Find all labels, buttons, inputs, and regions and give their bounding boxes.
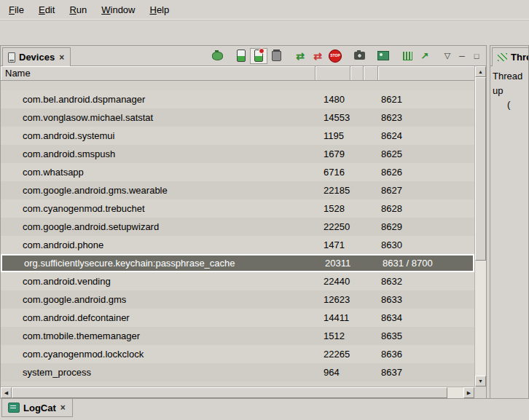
toolbar-separator bbox=[226, 48, 232, 64]
process-port: 8631 / 8700 bbox=[380, 258, 473, 269]
process-pid: 1471 bbox=[316, 239, 350, 250]
menu-window[interactable]: Window bbox=[94, 1, 142, 18]
logcat-bar: LogCat × bbox=[0, 398, 529, 420]
horizontal-scrollbar-thumb[interactable] bbox=[12, 387, 447, 398]
table-row[interactable]: com.google.android.setupwizard 22250 862… bbox=[1, 218, 474, 236]
menu-help[interactable]: Help bbox=[142, 1, 176, 18]
table-row[interactable]: com.cyanogenmod.lockclock 22265 8636 bbox=[1, 345, 474, 363]
capture-trace-icon-button[interactable] bbox=[399, 48, 416, 64]
process-name: org.sufficientlysecure.keychain:passphra… bbox=[2, 258, 317, 269]
screen-record-icon bbox=[377, 51, 389, 60]
tab-threads[interactable]: Threads bbox=[492, 47, 529, 66]
scroll-down-button[interactable]: ▼ bbox=[475, 376, 486, 387]
capture-trace-icon bbox=[403, 52, 412, 60]
table-row[interactable]: system_process 964 8637 bbox=[1, 363, 474, 381]
vertical-scrollbar[interactable]: ▲ ▼ bbox=[474, 66, 486, 387]
table-row[interactable]: com.bel.android.dspmanager 1480 8621 bbox=[1, 90, 474, 108]
scroll-right-button[interactable]: ▶ bbox=[463, 387, 474, 398]
sampling-profiler-icon bbox=[421, 50, 429, 61]
process-port: 8637 bbox=[378, 367, 474, 378]
devices-panel: Devices × STOP ▽ ─ □ Name c bbox=[0, 45, 487, 399]
vertical-scrollbar-track[interactable] bbox=[475, 261, 486, 376]
process-pid: 1679 bbox=[316, 148, 350, 159]
process-pid: 14553 bbox=[316, 112, 350, 123]
vertical-scrollbar-thumb[interactable] bbox=[475, 77, 486, 261]
menu-edit[interactable]: Edit bbox=[31, 1, 62, 18]
table-row[interactable]: com.google.android.gms.wearable 22185 86… bbox=[1, 181, 474, 199]
column-header-pid[interactable] bbox=[316, 66, 350, 80]
table-row[interactable]: com.tmobile.thememanager 1512 8635 bbox=[1, 327, 474, 345]
tab-logcat-label: LogCat bbox=[23, 403, 56, 413]
stop-process-icon: STOP bbox=[329, 49, 342, 63]
method-profiling-icon-button[interactable] bbox=[309, 48, 326, 64]
scroll-up-button[interactable]: ▲ bbox=[475, 66, 486, 77]
cause-gc-icon-button[interactable] bbox=[267, 48, 285, 64]
process-port: 8625 bbox=[378, 148, 474, 159]
screen-capture-icon-button[interactable] bbox=[350, 48, 368, 64]
sampling-profiler-icon-button[interactable] bbox=[416, 48, 434, 64]
process-port: 8634 bbox=[378, 312, 474, 323]
tab-devices[interactable]: Devices × bbox=[2, 47, 71, 66]
debug-process-icon-button[interactable] bbox=[208, 48, 226, 64]
column-header-status2[interactable] bbox=[364, 66, 378, 80]
process-port: 8629 bbox=[378, 221, 474, 232]
devices-tabstrip: Devices × STOP ▽ ─ □ bbox=[1, 46, 486, 66]
close-icon[interactable]: × bbox=[60, 403, 66, 413]
menu-run[interactable]: Run bbox=[62, 1, 94, 18]
process-name: com.cyanogenmod.trebuchet bbox=[1, 203, 316, 214]
table-row[interactable]: com.vonglasow.michael.satstat 14553 8623 bbox=[1, 108, 474, 127]
table-row[interactable]: com.google.android.gms 12623 8633 bbox=[1, 290, 474, 309]
column-header-name[interactable]: Name bbox=[1, 66, 316, 80]
process-port: 8624 bbox=[378, 130, 474, 141]
table-row[interactable]: com.android.vending 22440 8632 bbox=[1, 272, 474, 290]
process-port: 8626 bbox=[378, 167, 474, 178]
dump-hprof-icon-button[interactable] bbox=[250, 48, 267, 64]
logcat-icon bbox=[8, 403, 20, 413]
table-row[interactable]: com.cyanogenmod.trebuchet 1528 8628 bbox=[1, 199, 474, 218]
stop-process-icon-button[interactable]: STOP bbox=[326, 48, 344, 64]
toolbar-separator bbox=[344, 48, 350, 64]
table-row[interactable]: org.sufficientlysecure.keychain:passphra… bbox=[1, 254, 474, 272]
threads-message-line1: Thread up bbox=[493, 69, 526, 98]
horizontal-scrollbar[interactable]: ◀ ▶ bbox=[1, 387, 474, 398]
process-port: 8635 bbox=[378, 330, 474, 341]
screen-record-icon-button[interactable] bbox=[375, 48, 392, 64]
view-menu-button[interactable]: ▽ bbox=[440, 49, 455, 63]
process-name: com.google.android.gms bbox=[1, 294, 316, 305]
column-header-port[interactable] bbox=[378, 66, 474, 80]
toolbar-separator bbox=[434, 48, 440, 64]
table-row[interactable]: com.android.phone 1471 8630 bbox=[1, 236, 474, 254]
devices-toolbar-icons: STOP bbox=[208, 48, 434, 64]
minimize-button[interactable]: ─ bbox=[455, 49, 469, 63]
tab-logcat[interactable]: LogCat × bbox=[1, 399, 73, 417]
update-threads-icon-button[interactable] bbox=[291, 48, 309, 64]
update-heap-icon-button[interactable] bbox=[232, 48, 250, 64]
scroll-left-button[interactable]: ◀ bbox=[1, 387, 12, 398]
process-port: 8636 bbox=[378, 349, 474, 360]
process-port: 8630 bbox=[378, 239, 474, 250]
table-row[interactable]: com.android.defcontainer 14411 8634 bbox=[1, 309, 474, 327]
process-pid: 1195 bbox=[316, 130, 350, 141]
process-name: com.android.defcontainer bbox=[1, 312, 316, 323]
process-name: com.android.smspush bbox=[1, 148, 316, 159]
update-heap-icon bbox=[237, 49, 246, 62]
process-list: com.bel.android.dspmanager 1480 8621 com… bbox=[1, 81, 474, 387]
process-pid: 22250 bbox=[316, 221, 350, 232]
maximize-button[interactable]: □ bbox=[469, 49, 484, 63]
menu-file[interactable]: File bbox=[1, 1, 31, 18]
threads-panel: Threads Thread up ( bbox=[490, 45, 529, 399]
process-pid: 22185 bbox=[316, 185, 350, 196]
process-name: system_process bbox=[1, 367, 316, 378]
table-row[interactable]: com.android.systemui 1195 8624 bbox=[1, 127, 474, 145]
process-name: com.android.vending bbox=[1, 276, 316, 287]
close-icon[interactable]: × bbox=[58, 52, 65, 63]
devices-toolbar: STOP ▽ ─ □ bbox=[208, 48, 486, 64]
toolbar-separator bbox=[285, 48, 291, 64]
debug-process-icon bbox=[212, 52, 223, 60]
process-pid: 12623 bbox=[316, 294, 350, 305]
table-row[interactable]: com.android.smspush 1679 8625 bbox=[1, 145, 474, 163]
table-row[interactable]: com.whatsapp 6716 8626 bbox=[1, 163, 474, 181]
column-header-status1[interactable] bbox=[350, 66, 364, 80]
horizontal-scrollbar-track[interactable] bbox=[447, 387, 463, 398]
process-pid: 964 bbox=[316, 367, 350, 378]
